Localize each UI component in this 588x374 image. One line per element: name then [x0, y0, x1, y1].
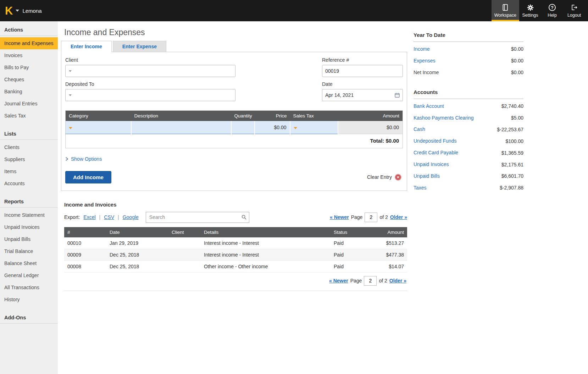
- date-input[interactable]: [322, 89, 403, 101]
- search-input[interactable]: [146, 212, 249, 223]
- sidebar-section-reports: Reports Income Statement Unpaid Invoices…: [0, 193, 58, 306]
- sidebar-item-history[interactable]: History: [0, 293, 58, 306]
- history-header-row: # Date Client Details Status Amount: [64, 227, 407, 237]
- reference-label: Reference #: [322, 57, 403, 63]
- row-client: [168, 249, 201, 260]
- sidebar-item-sales-tax[interactable]: Sales Tax: [0, 110, 58, 122]
- kashoo-logo-icon[interactable]: K: [5, 5, 12, 16]
- row-details: Other income - Other income: [201, 260, 331, 272]
- sales-tax-dropdown-cell[interactable]: [290, 121, 338, 134]
- nav-help[interactable]: ? Help: [541, 0, 563, 21]
- nav-settings[interactable]: Settings: [519, 0, 541, 21]
- table-row[interactable]: 00010 Jan 29, 2019 Interest income - Int…: [64, 237, 407, 249]
- sidebar-item-balance-sheet[interactable]: Balance Sheet: [0, 257, 58, 269]
- export-csv-link[interactable]: CSV: [104, 214, 114, 220]
- topbar: K Lemona Workspace: [0, 0, 588, 21]
- sidebar-item-income-statement[interactable]: Income Statement: [0, 209, 58, 221]
- bank-account-value: $2,740.40: [501, 103, 523, 109]
- entry-total: Total: $0.00: [66, 134, 403, 148]
- older-link[interactable]: Older »: [389, 278, 406, 284]
- client-combobox[interactable]: [65, 65, 235, 77]
- sidebar-item-general-ledger[interactable]: General Ledger: [0, 269, 58, 281]
- cash-link[interactable]: Cash: [414, 126, 425, 133]
- sidebar-item-journal-entries[interactable]: Journal Entries: [0, 98, 58, 110]
- sidebar-item-clients[interactable]: Clients: [0, 141, 58, 153]
- clear-entry-label: Clear Entry: [367, 174, 392, 180]
- summary-panel: Year To Date Income $0.00 Expenses $0.00…: [414, 21, 523, 194]
- sidebar-item-suppliers[interactable]: Suppliers: [0, 153, 58, 165]
- left-sidebar: Actions Income and Expenses Invoices Bil…: [0, 21, 58, 374]
- description-cell[interactable]: [131, 121, 231, 134]
- search-icon[interactable]: [241, 214, 247, 221]
- sidebar-item-accounts[interactable]: Accounts: [0, 177, 58, 189]
- show-options-toggle[interactable]: Show Options: [65, 156, 403, 162]
- account-row-cash: Cash $-22,253.67: [414, 123, 523, 135]
- sidebar-item-items[interactable]: Items: [0, 165, 58, 177]
- add-income-button[interactable]: Add Income: [65, 171, 111, 183]
- sidebar-item-income-and-expenses[interactable]: Income and Expenses: [0, 37, 58, 49]
- table-row[interactable]: 00009 Dec 25, 2018 Interest income - Int…: [64, 249, 407, 260]
- pagination-top: « Newer Page of 2 Older »: [330, 213, 407, 222]
- expenses-value: $0.00: [511, 58, 523, 64]
- export-excel-link[interactable]: Excel: [83, 214, 95, 220]
- sidebar-item-invoices[interactable]: Invoices: [0, 49, 58, 61]
- sidebar-item-banking[interactable]: Banking: [0, 86, 58, 98]
- row-amount: $477.38: [366, 249, 407, 260]
- newer-link[interactable]: « Newer: [329, 278, 348, 284]
- search-box: [146, 212, 249, 223]
- form-row-2: Deposited To Date: [65, 81, 403, 101]
- deposited-to-combobox[interactable]: [65, 89, 235, 101]
- sidebar-item-all-transactions[interactable]: All Transactions: [0, 281, 58, 293]
- sidebar-item-unpaid-invoices[interactable]: Unpaid Invoices: [0, 221, 58, 233]
- row-status: Paid: [331, 237, 366, 249]
- tab-enter-income[interactable]: Enter Income: [61, 41, 112, 52]
- undeposited-funds-link[interactable]: Undeposited Funds: [414, 138, 456, 144]
- net-income-value: $0.00: [511, 70, 523, 75]
- account-row-unpaid-invoices: Unpaid Invoices $2,175.61: [414, 159, 523, 170]
- newer-link[interactable]: « Newer: [330, 214, 349, 220]
- bank-account-link[interactable]: Bank Account: [414, 103, 444, 110]
- page-label: Page: [351, 214, 363, 220]
- credit-card-payable-link[interactable]: Credit Card Payable: [414, 149, 458, 156]
- sidebar-item-unpaid-bills[interactable]: Unpaid Bills: [0, 233, 58, 245]
- undeposited-funds-value: $100.00: [505, 138, 523, 144]
- unpaid-bills-link[interactable]: Unpaid Bills: [414, 173, 440, 180]
- sidebar-item-trial-balance[interactable]: Trial Balance: [0, 245, 58, 257]
- price-cell[interactable]: $0.00: [255, 121, 290, 134]
- income-link[interactable]: Income: [414, 46, 430, 53]
- ytd-row-expenses: Expenses $0.00: [414, 55, 523, 67]
- ytd-row-income: Income $0.00: [414, 43, 523, 55]
- brand-dropdown-caret-icon[interactable]: [16, 10, 19, 12]
- tab-enter-expense[interactable]: Enter Expense: [113, 41, 166, 52]
- export-google-link[interactable]: Google: [123, 214, 139, 220]
- income-entry-panel: Client Reference # Deposited To Date: [61, 52, 407, 191]
- accounts-title: Accounts: [414, 78, 523, 99]
- nav-workspace[interactable]: Workspace: [492, 0, 519, 21]
- year-to-date-title: Year To Date: [414, 21, 523, 42]
- older-link[interactable]: Older »: [390, 214, 407, 220]
- chevron-right-icon: [65, 157, 68, 161]
- calendar-icon[interactable]: [394, 92, 400, 99]
- income-history-table: # Date Client Details Status Amount 0001…: [64, 227, 407, 273]
- history-header-status: Status: [331, 227, 366, 237]
- unpaid-invoices-link[interactable]: Unpaid Invoices: [414, 161, 449, 168]
- separator: |: [99, 214, 101, 220]
- taxes-link[interactable]: Taxes: [414, 185, 427, 191]
- expenses-link[interactable]: Expenses: [414, 57, 435, 64]
- sidebar-item-bills-to-pay[interactable]: Bills to Pay: [0, 61, 58, 73]
- page-number-input[interactable]: [365, 213, 377, 222]
- nav-logout[interactable]: Logout: [563, 0, 585, 21]
- date-field: Date: [322, 81, 403, 101]
- sidebar-item-cheques[interactable]: Cheques: [0, 73, 58, 86]
- help-icon: ?: [548, 4, 556, 11]
- table-row[interactable]: 00008 Dec 25, 2018 Other income - Other …: [64, 260, 407, 272]
- sidebar-section-add-ons: Add-Ons: [0, 309, 58, 324]
- clear-entry-button[interactable]: Clear Entry ✕: [367, 174, 403, 181]
- reference-input[interactable]: [322, 65, 403, 77]
- quantity-cell[interactable]: [231, 121, 255, 134]
- chevron-down-icon: [294, 127, 297, 129]
- page-number-input[interactable]: [364, 276, 377, 286]
- category-dropdown-cell[interactable]: [66, 121, 131, 134]
- taxes-value: $-2,907.88: [500, 185, 523, 191]
- kashoo-payments-clearing-link[interactable]: Kashoo Payments Clearing: [414, 115, 474, 121]
